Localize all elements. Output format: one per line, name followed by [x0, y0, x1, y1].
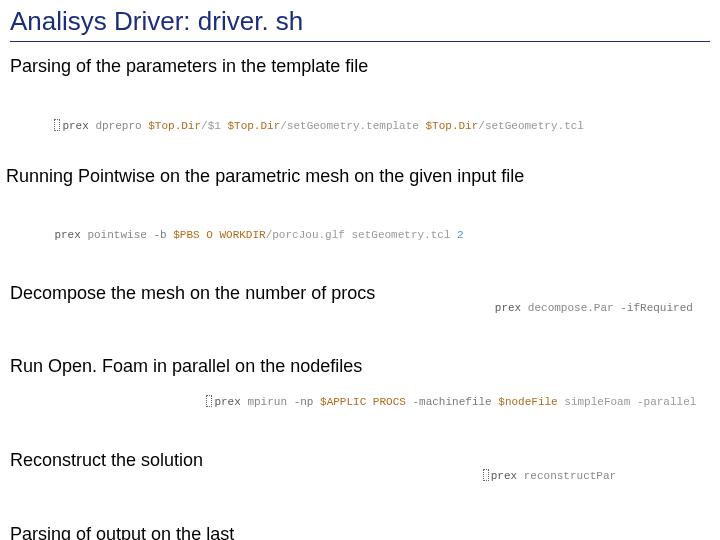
section-5-desc: Reconstruct the solution [10, 450, 203, 471]
slide: Analisys Driver: driver. sh Parsing of t… [0, 0, 720, 540]
caret-icon [206, 395, 212, 407]
section-3-desc: Decompose the mesh on the number of proc… [10, 283, 375, 304]
section-4-desc: Run Open. Foam in parallel on the nodefi… [10, 356, 710, 377]
slide-title: Analisys Driver: driver. sh [10, 6, 710, 42]
section-5-row: Reconstruct the solution prex reconstruc… [10, 450, 710, 494]
section-2-code: prex pointwise -b $PBS O WORKDIR/porcJou… [10, 217, 710, 253]
section-1-code: prex dprepro $Top.Dir/$1 $Top.Dir/setGeo… [10, 107, 710, 144]
caret-icon [483, 469, 489, 481]
section-6-desc-line1: Parsing of output on the last [10, 524, 234, 540]
caret-icon [54, 119, 60, 131]
section-5-code: prex reconstructPar [383, 457, 710, 494]
section-1-desc: Parsing of the parameters in the templat… [10, 56, 710, 77]
section-2-desc: Running Pointwise on the parametric mesh… [6, 166, 710, 187]
section-6-row: Parsing of output on the last Iteration … [10, 524, 710, 540]
section-6-code: tail -l $TopDir/forces/0/forces.dat|tr -… [234, 524, 710, 540]
section-4-code: prex mpirun -np $APPLIC PROCS -machinefi… [10, 383, 710, 420]
section-3-row: Decompose the mesh on the number of proc… [10, 283, 710, 326]
section-6-desc-block: Parsing of output on the last Iteration [10, 524, 234, 540]
section-3-code: prex decompose.Par -ifRequired [435, 290, 710, 326]
